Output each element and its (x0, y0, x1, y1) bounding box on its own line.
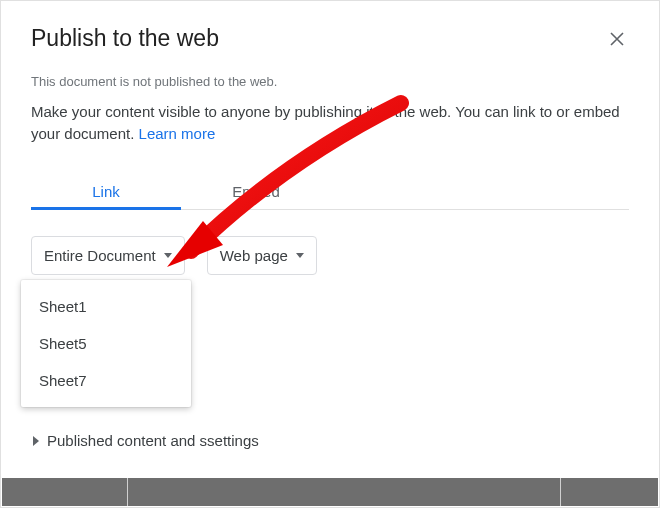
format-dropdown-label: Web page (220, 247, 288, 264)
menu-item[interactable]: Sheet7 (21, 362, 191, 399)
description-text: Make your content visible to anyone by p… (31, 103, 620, 142)
publish-status: This document is not published to the we… (31, 74, 629, 89)
close-icon (609, 31, 625, 47)
menu-item[interactable]: Sheet5 (21, 325, 191, 362)
caret-down-icon (296, 253, 304, 258)
published-settings-label: Published content and ssettings (47, 432, 259, 449)
chevron-right-icon (31, 436, 41, 446)
scope-dropdown-label: Entire Document (44, 247, 156, 264)
learn-more-link[interactable]: Learn more (139, 125, 216, 142)
scope-dropdown[interactable]: Entire Document (31, 236, 185, 275)
background-sheet (2, 478, 658, 506)
caret-down-icon (164, 253, 172, 258)
tab-bar: Link Embed (31, 173, 629, 210)
format-dropdown[interactable]: Web page (207, 236, 317, 275)
published-settings-toggle[interactable]: Published content and ssettings (31, 432, 259, 449)
close-button[interactable] (605, 27, 629, 51)
dialog-title: Publish to the web (31, 25, 219, 52)
tab-embed[interactable]: Embed (181, 173, 331, 209)
description: Make your content visible to anyone by p… (31, 101, 629, 145)
menu-item[interactable]: Sheet1 (21, 288, 191, 325)
scope-dropdown-menu: Sheet1 Sheet5 Sheet7 (21, 280, 191, 407)
tab-link[interactable]: Link (31, 173, 181, 209)
